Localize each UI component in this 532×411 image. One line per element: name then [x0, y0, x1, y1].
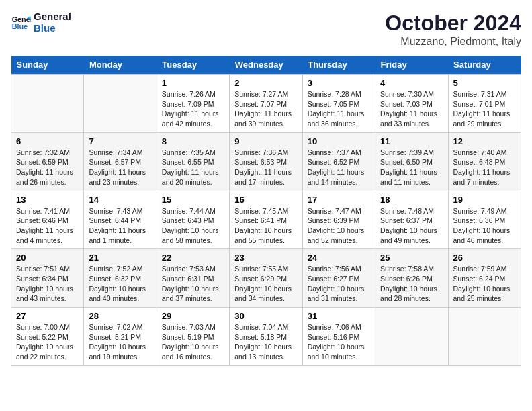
day-number: 12 — [453, 136, 516, 146]
header: General Blue General Blue October 2024 M… — [11, 11, 521, 48]
day-number: 19 — [453, 195, 516, 205]
day-info: Sunrise: 7:56 AM Sunset: 6:27 PM Dayligh… — [308, 264, 370, 304]
day-number: 26 — [453, 253, 516, 263]
day-info: Sunrise: 7:28 AM Sunset: 7:05 PM Dayligh… — [308, 89, 370, 129]
day-cell: 10Sunrise: 7:37 AM Sunset: 6:52 PM Dayli… — [302, 132, 375, 191]
logo: General Blue General Blue — [11, 11, 71, 34]
day-info: Sunrise: 7:51 AM Sunset: 6:34 PM Dayligh… — [16, 264, 79, 304]
day-number: 15 — [162, 195, 224, 205]
day-info: Sunrise: 7:58 AM Sunset: 6:26 PM Dayligh… — [380, 264, 443, 304]
day-number: 11 — [380, 136, 443, 146]
day-info: Sunrise: 7:34 AM Sunset: 6:57 PM Dayligh… — [89, 148, 151, 187]
week-row-2: 6Sunrise: 7:32 AM Sunset: 6:59 PM Daylig… — [11, 132, 521, 191]
day-info: Sunrise: 7:55 AM Sunset: 6:29 PM Dayligh… — [234, 264, 297, 304]
day-cell: 22Sunrise: 7:53 AM Sunset: 6:31 PM Dayli… — [157, 249, 229, 308]
day-cell: 20Sunrise: 7:51 AM Sunset: 6:34 PM Dayli… — [11, 249, 84, 308]
header-cell-monday: Monday — [84, 56, 157, 75]
day-info: Sunrise: 7:52 AM Sunset: 6:32 PM Dayligh… — [89, 264, 151, 304]
header-cell-friday: Friday — [375, 56, 448, 75]
day-number: 24 — [308, 253, 370, 263]
header-row: SundayMondayTuesdayWednesdayThursdayFrid… — [11, 56, 521, 75]
day-number: 13 — [16, 195, 79, 205]
day-number: 5 — [453, 78, 516, 88]
day-number: 16 — [234, 195, 297, 205]
header-cell-saturday: Saturday — [448, 56, 521, 75]
day-cell: 8Sunrise: 7:35 AM Sunset: 6:55 PM Daylig… — [157, 132, 229, 191]
day-cell: 17Sunrise: 7:47 AM Sunset: 6:39 PM Dayli… — [302, 191, 375, 249]
day-info: Sunrise: 7:36 AM Sunset: 6:53 PM Dayligh… — [234, 148, 297, 187]
day-info: Sunrise: 7:37 AM Sunset: 6:52 PM Dayligh… — [308, 148, 370, 187]
day-info: Sunrise: 7:39 AM Sunset: 6:50 PM Dayligh… — [380, 148, 443, 187]
day-info: Sunrise: 7:47 AM Sunset: 6:39 PM Dayligh… — [308, 206, 370, 246]
logo-line2: Blue — [34, 22, 71, 34]
logo-icon: General Blue — [11, 12, 31, 32]
day-cell: 19Sunrise: 7:49 AM Sunset: 6:36 PM Dayli… — [448, 191, 521, 249]
day-info: Sunrise: 7:41 AM Sunset: 6:46 PM Dayligh… — [16, 206, 79, 246]
svg-text:Blue: Blue — [12, 22, 28, 30]
week-row-3: 13Sunrise: 7:41 AM Sunset: 6:46 PM Dayli… — [11, 191, 521, 249]
day-info: Sunrise: 7:30 AM Sunset: 7:03 PM Dayligh… — [380, 89, 443, 129]
day-info: Sunrise: 7:31 AM Sunset: 7:01 PM Dayligh… — [453, 89, 516, 129]
header-cell-sunday: Sunday — [11, 56, 84, 75]
day-cell: 12Sunrise: 7:40 AM Sunset: 6:48 PM Dayli… — [448, 132, 521, 191]
day-cell — [11, 75, 84, 133]
week-row-1: 1Sunrise: 7:26 AM Sunset: 7:09 PM Daylig… — [11, 75, 521, 133]
day-number: 4 — [380, 78, 443, 88]
day-cell: 2Sunrise: 7:27 AM Sunset: 7:07 PM Daylig… — [230, 75, 302, 133]
day-cell: 9Sunrise: 7:36 AM Sunset: 6:53 PM Daylig… — [230, 132, 302, 191]
day-info: Sunrise: 7:06 AM Sunset: 5:16 PM Dayligh… — [308, 322, 370, 362]
header-cell-tuesday: Tuesday — [157, 56, 229, 75]
day-info: Sunrise: 7:44 AM Sunset: 6:43 PM Dayligh… — [162, 206, 224, 246]
calendar-title: October 2024 — [385, 11, 521, 36]
day-info: Sunrise: 7:59 AM Sunset: 6:24 PM Dayligh… — [453, 264, 516, 304]
day-info: Sunrise: 7:48 AM Sunset: 6:37 PM Dayligh… — [380, 206, 443, 246]
day-cell: 23Sunrise: 7:55 AM Sunset: 6:29 PM Dayli… — [230, 249, 302, 308]
day-number: 28 — [89, 311, 151, 321]
day-cell: 13Sunrise: 7:41 AM Sunset: 6:46 PM Dayli… — [11, 191, 84, 249]
logo-line1: General — [34, 11, 71, 22]
day-cell: 26Sunrise: 7:59 AM Sunset: 6:24 PM Dayli… — [448, 249, 521, 308]
day-cell: 24Sunrise: 7:56 AM Sunset: 6:27 PM Dayli… — [302, 249, 375, 308]
day-cell — [84, 75, 157, 133]
header-cell-thursday: Thursday — [302, 56, 375, 75]
day-cell: 14Sunrise: 7:43 AM Sunset: 6:44 PM Dayli… — [84, 191, 157, 249]
day-info: Sunrise: 7:43 AM Sunset: 6:44 PM Dayligh… — [89, 206, 151, 246]
day-cell: 16Sunrise: 7:45 AM Sunset: 6:41 PM Dayli… — [230, 191, 302, 249]
day-cell: 28Sunrise: 7:02 AM Sunset: 5:21 PM Dayli… — [84, 308, 157, 366]
day-info: Sunrise: 7:35 AM Sunset: 6:55 PM Dayligh… — [162, 148, 224, 187]
day-cell: 25Sunrise: 7:58 AM Sunset: 6:26 PM Dayli… — [375, 249, 448, 308]
day-cell: 6Sunrise: 7:32 AM Sunset: 6:59 PM Daylig… — [11, 132, 84, 191]
day-cell: 31Sunrise: 7:06 AM Sunset: 5:16 PM Dayli… — [302, 308, 375, 366]
day-number: 3 — [308, 78, 370, 88]
day-number: 7 — [89, 136, 151, 146]
day-cell: 18Sunrise: 7:48 AM Sunset: 6:37 PM Dayli… — [375, 191, 448, 249]
day-number: 22 — [162, 253, 224, 263]
day-cell: 1Sunrise: 7:26 AM Sunset: 7:09 PM Daylig… — [157, 75, 229, 133]
day-info: Sunrise: 7:32 AM Sunset: 6:59 PM Dayligh… — [16, 148, 79, 187]
calendar-table: SundayMondayTuesdayWednesdayThursdayFrid… — [11, 56, 521, 366]
day-info: Sunrise: 7:45 AM Sunset: 6:41 PM Dayligh… — [234, 206, 297, 246]
day-number: 14 — [89, 195, 151, 205]
day-number: 21 — [89, 253, 151, 263]
day-info: Sunrise: 7:40 AM Sunset: 6:48 PM Dayligh… — [453, 148, 516, 187]
day-info: Sunrise: 7:02 AM Sunset: 5:21 PM Dayligh… — [89, 322, 151, 362]
day-info: Sunrise: 7:03 AM Sunset: 5:19 PM Dayligh… — [162, 322, 224, 362]
day-cell: 11Sunrise: 7:39 AM Sunset: 6:50 PM Dayli… — [375, 132, 448, 191]
day-cell — [375, 308, 448, 366]
day-number: 17 — [308, 195, 370, 205]
day-info: Sunrise: 7:27 AM Sunset: 7:07 PM Dayligh… — [234, 89, 297, 129]
header-cell-wednesday: Wednesday — [230, 56, 302, 75]
day-number: 29 — [162, 311, 224, 321]
day-number: 27 — [16, 311, 79, 321]
day-cell: 7Sunrise: 7:34 AM Sunset: 6:57 PM Daylig… — [84, 132, 157, 191]
day-number: 18 — [380, 195, 443, 205]
title-area: October 2024 Muzzano, Piedmont, Italy — [385, 11, 521, 48]
day-cell: 21Sunrise: 7:52 AM Sunset: 6:32 PM Dayli… — [84, 249, 157, 308]
day-number: 20 — [16, 253, 79, 263]
day-info: Sunrise: 7:04 AM Sunset: 5:18 PM Dayligh… — [234, 322, 297, 362]
week-row-5: 27Sunrise: 7:00 AM Sunset: 5:22 PM Dayli… — [11, 308, 521, 366]
day-number: 23 — [234, 253, 297, 263]
day-number: 2 — [234, 78, 297, 88]
day-number: 25 — [380, 253, 443, 263]
day-number: 8 — [162, 136, 224, 146]
